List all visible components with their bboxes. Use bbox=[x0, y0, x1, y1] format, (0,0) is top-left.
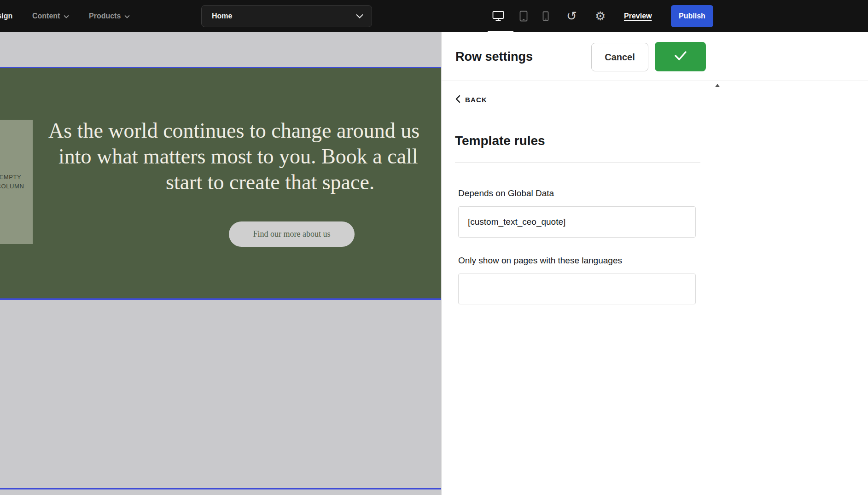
chevron-left-icon bbox=[455, 95, 460, 105]
hero-cta-label: Find our more about us bbox=[253, 229, 331, 239]
nav-products-label: Products bbox=[89, 12, 121, 20]
hero-heading-line2[interactable]: into what matters most to you. Book a ca… bbox=[58, 145, 418, 169]
row-selection-border-bottom bbox=[0, 298, 441, 300]
tablet-view-icon[interactable] bbox=[518, 0, 529, 32]
chevron-down-icon bbox=[124, 12, 130, 20]
hero-heading-line1[interactable]: As the world continues to change around … bbox=[48, 119, 419, 143]
page-bottom-selection-border bbox=[0, 488, 441, 489]
publish-label: Publish bbox=[679, 12, 705, 20]
global-data-input[interactable] bbox=[458, 206, 696, 238]
history-glyph: ↺ bbox=[566, 10, 577, 23]
back-button[interactable]: BACK bbox=[455, 95, 487, 105]
gear-icon[interactable]: ⚙ bbox=[595, 0, 606, 32]
app-window: Design Content Products Home bbox=[0, 0, 868, 495]
gear-glyph: ⚙ bbox=[595, 10, 606, 22]
empty-column-placeholder[interactable]: EMPTY COLUMN bbox=[0, 120, 33, 244]
history-icon[interactable]: ↺ bbox=[566, 0, 577, 32]
row-settings-panel: Row settings Cancel BACK Template r bbox=[441, 32, 868, 495]
hero-cta-button[interactable]: Find our more about us bbox=[229, 221, 355, 247]
scrollbar-up-arrow[interactable] bbox=[715, 84, 720, 87]
section-divider bbox=[455, 162, 700, 163]
confirm-button[interactable] bbox=[655, 42, 706, 71]
nav-products[interactable]: Products bbox=[89, 0, 130, 32]
top-toolbar: Design Content Products Home bbox=[0, 0, 868, 32]
editor-canvas: As the world continues to change around … bbox=[0, 32, 441, 495]
nav-content[interactable]: Content bbox=[32, 0, 69, 32]
preview-link[interactable]: Preview bbox=[624, 0, 652, 32]
preview-label: Preview bbox=[624, 12, 652, 20]
nav-design-label: Design bbox=[0, 12, 12, 20]
mobile-view-icon[interactable] bbox=[542, 0, 549, 32]
nav-design[interactable]: Design bbox=[0, 0, 12, 32]
field-label-languages: Only show on pages with these languages bbox=[458, 256, 622, 266]
nav-content-label: Content bbox=[32, 12, 60, 20]
desktop-view-icon[interactable] bbox=[492, 0, 505, 32]
hero-heading-line3[interactable]: start to create that space. bbox=[166, 170, 374, 194]
panel-title: Row settings bbox=[455, 49, 533, 64]
page-selector-dropdown[interactable]: Home bbox=[201, 5, 372, 27]
chevron-down-icon bbox=[356, 12, 363, 20]
languages-input[interactable] bbox=[458, 274, 696, 304]
section-title: Template rules bbox=[455, 134, 545, 148]
field-label-global-data: Depends on Global Data bbox=[458, 188, 554, 198]
cancel-label: Cancel bbox=[605, 52, 635, 63]
publish-button[interactable]: Publish bbox=[671, 5, 713, 27]
back-label: BACK bbox=[465, 96, 487, 104]
chevron-down-icon bbox=[64, 12, 69, 20]
page-selector-value: Home bbox=[212, 12, 232, 20]
panel-header: Row settings Cancel bbox=[442, 32, 868, 81]
cancel-button[interactable]: Cancel bbox=[591, 43, 648, 71]
checkmark-icon bbox=[674, 50, 687, 63]
